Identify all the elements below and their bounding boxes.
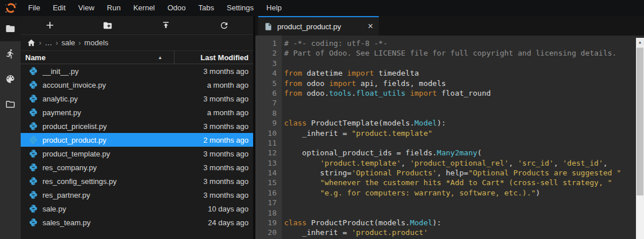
line-number: 18 bbox=[255, 208, 282, 218]
upload-icon bbox=[161, 21, 170, 30]
line-number: 17 bbox=[255, 198, 282, 207]
line-number: 10 bbox=[255, 128, 282, 138]
file-row[interactable]: account_invoice.pya month ago bbox=[21, 78, 253, 92]
python-file-icon bbox=[29, 149, 38, 158]
token-s: "e.g. for computers: warranty, software,… bbox=[320, 189, 536, 197]
file-row[interactable]: product_template.py3 months ago bbox=[21, 147, 253, 160]
code-text: from odoo import api, fields, models bbox=[282, 79, 446, 88]
column-header-name[interactable]: Name ▲ bbox=[21, 51, 174, 64]
file-row[interactable]: product_pricelist.py3 months ago bbox=[21, 119, 253, 133]
editor-tab-bar: product_product.py × bbox=[255, 16, 644, 36]
sidebar-tab-command-palette[interactable] bbox=[0, 66, 21, 92]
editor-scrollbar[interactable]: ▲ bbox=[636, 38, 644, 239]
home-icon[interactable] bbox=[27, 38, 36, 47]
breadcrumb-segment[interactable]: models bbox=[84, 38, 108, 47]
main-area: ›…›sale›models Name ▲ Last Modified __in… bbox=[0, 16, 644, 239]
file-row[interactable]: payment.pya month ago bbox=[21, 105, 253, 119]
file-modified: 3 months ago bbox=[203, 177, 253, 186]
menu-view[interactable]: View bbox=[72, 0, 100, 16]
token-s: 'product.template' bbox=[320, 159, 401, 167]
code-text: from odoo.tools.float_utils import float… bbox=[282, 88, 491, 98]
code-line: 10 _inherit = "product.template" bbox=[255, 128, 636, 138]
python-file-icon bbox=[29, 177, 38, 186]
menu-edit[interactable]: Edit bbox=[46, 0, 72, 16]
modified-column-label: Last Modified bbox=[200, 53, 249, 62]
refresh-icon bbox=[219, 21, 229, 30]
editor-tab[interactable]: product_product.py × bbox=[258, 16, 379, 36]
python-file-icon bbox=[29, 66, 38, 76]
token-s: "Optional Products are suggested " bbox=[468, 169, 621, 177]
token-s: 'src_id' bbox=[518, 159, 554, 167]
breadcrumb-separator: › bbox=[39, 39, 41, 47]
menu-settings[interactable]: Settings bbox=[220, 0, 260, 16]
menu-kernel[interactable]: Kernel bbox=[127, 0, 161, 16]
running-man-icon bbox=[5, 49, 15, 59]
file-row[interactable]: sale.py10 days ago bbox=[21, 202, 253, 216]
scrollbar-up-arrow-icon[interactable]: ▲ bbox=[636, 38, 644, 46]
breadcrumb-segment[interactable]: sale bbox=[61, 38, 75, 47]
file-row[interactable]: res_company.py3 months ago bbox=[21, 160, 253, 174]
line-number: 16 bbox=[255, 188, 282, 198]
column-header-modified[interactable]: Last Modified bbox=[174, 51, 253, 64]
python-file-icon bbox=[29, 122, 38, 131]
file-name: sale.py bbox=[42, 205, 208, 213]
token-s: 'product_optional_rel' bbox=[410, 159, 509, 167]
refresh-button[interactable] bbox=[195, 16, 253, 34]
token-c: # -*- coding: utf-8 -*- bbox=[284, 39, 387, 48]
token-p: odoo. bbox=[302, 89, 329, 97]
file-name: product_template.py bbox=[42, 150, 203, 158]
file-row[interactable]: res_partner.py3 months ago bbox=[21, 188, 253, 202]
line-number: 20 bbox=[255, 228, 282, 237]
code-line: 15 "whenever the customer hits *Add to C… bbox=[255, 178, 636, 187]
menu-items: FileEditViewRunKernelOdooTabsSettingsHel… bbox=[22, 0, 288, 16]
token-p: ): bbox=[432, 218, 441, 227]
file-row[interactable]: analytic.py3 months ago bbox=[21, 92, 253, 105]
upload-button[interactable] bbox=[137, 16, 195, 34]
code-line: 16 "e.g. for computers: warranty, softwa… bbox=[255, 188, 636, 198]
menu-odoo[interactable]: Odoo bbox=[161, 0, 192, 16]
code-line: 1# -*- coding: utf-8 -*- bbox=[255, 38, 636, 48]
token-p: timedelta bbox=[374, 69, 419, 77]
file-name: res_company.py bbox=[42, 163, 203, 172]
menu-run[interactable]: Run bbox=[100, 0, 127, 16]
token-p: optional_product_ids = fields. bbox=[284, 148, 437, 157]
code-line: 4from datetime import timedelta bbox=[255, 68, 636, 78]
line-number: 19 bbox=[255, 218, 282, 228]
scrollbar-thumb[interactable] bbox=[637, 48, 643, 195]
breadcrumb-segment[interactable]: … bbox=[45, 38, 52, 47]
file-row[interactable]: sales_team.py24 days ago bbox=[21, 216, 253, 229]
line-number: 5 bbox=[255, 79, 282, 88]
code-editor[interactable]: 1# -*- coding: utf-8 -*-2# Part of Odoo.… bbox=[255, 36, 644, 239]
token-pr: Model bbox=[414, 119, 437, 127]
sidebar-tab-file-browser[interactable] bbox=[0, 16, 21, 41]
file-row[interactable]: product_product.py2 months ago bbox=[21, 133, 253, 147]
token-pr: Model bbox=[410, 218, 432, 227]
new-launcher-button[interactable] bbox=[21, 16, 79, 34]
code-line: 20 _inherit = 'product.product' bbox=[255, 228, 636, 237]
code-line: 8 bbox=[255, 108, 636, 118]
code-text: 'product.template', 'product_optional_re… bbox=[282, 158, 608, 168]
sidebar-tab-tab-manager[interactable] bbox=[0, 92, 21, 117]
code-text bbox=[282, 208, 284, 218]
close-icon[interactable]: × bbox=[368, 22, 373, 31]
token-p bbox=[405, 89, 410, 97]
token-k: class bbox=[284, 218, 307, 227]
file-row[interactable]: __init__.py3 months ago bbox=[21, 64, 253, 78]
line-number: 12 bbox=[255, 148, 282, 158]
token-k: import bbox=[329, 79, 356, 88]
file-name: product_pricelist.py bbox=[42, 122, 203, 131]
menu-tabs[interactable]: Tabs bbox=[192, 0, 220, 16]
plus-icon bbox=[45, 21, 55, 30]
code-text: _inherit = "product.template" bbox=[282, 128, 432, 138]
token-k: class bbox=[284, 119, 307, 127]
new-folder-button[interactable] bbox=[79, 16, 137, 34]
code-text bbox=[282, 198, 284, 207]
file-row[interactable]: res_config_settings.py3 months ago bbox=[21, 174, 253, 188]
menu-help[interactable]: Help bbox=[260, 0, 288, 16]
line-number: 13 bbox=[255, 158, 282, 168]
code-text: from datetime import timedelta bbox=[282, 68, 419, 78]
menu-file[interactable]: File bbox=[22, 0, 46, 16]
file-modified: a month ago bbox=[207, 81, 253, 89]
menu-bar: FileEditViewRunKernelOdooTabsSettingsHel… bbox=[0, 0, 644, 16]
sidebar-tab-running-sessions[interactable] bbox=[0, 41, 21, 66]
